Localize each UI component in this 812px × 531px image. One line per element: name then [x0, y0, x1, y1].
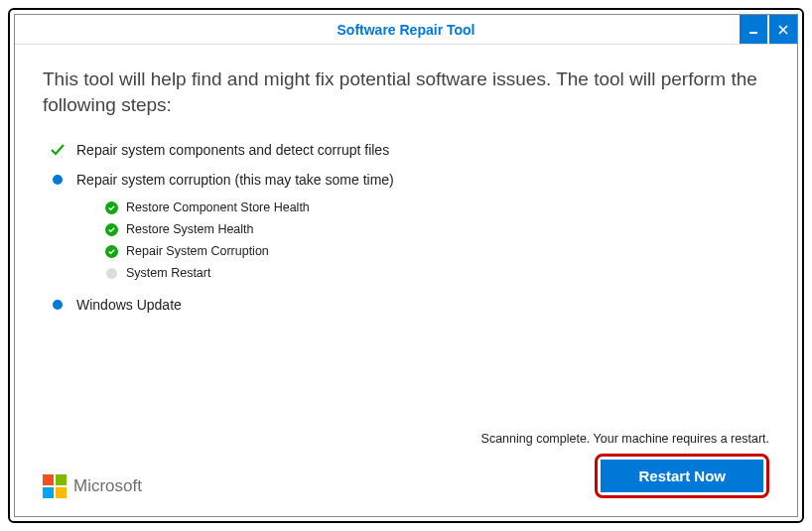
substep-label: Restore System Health	[126, 222, 254, 236]
microsoft-logo: Microsoft	[43, 474, 142, 498]
substep-item: Restore System Health	[104, 218, 769, 240]
footer: Microsoft Scanning complete. Your machin…	[15, 422, 797, 516]
step-item: Windows Update	[49, 290, 769, 320]
substeps-list: Restore Component Store Health Restore S…	[104, 197, 769, 284]
close-icon	[778, 25, 788, 35]
status-text: Scanning complete. Your machine requires…	[481, 432, 769, 446]
substep-item: Repair System Corruption	[104, 240, 769, 262]
bullet-icon	[49, 296, 67, 314]
restart-highlight: Restart Now	[595, 454, 769, 498]
substep-label: Repair System Corruption	[126, 244, 269, 258]
bullet-icon	[49, 171, 67, 189]
intro-text: This tool will help find and might fix p…	[43, 66, 769, 117]
titlebar: Software Repair Tool	[15, 15, 797, 45]
step-label: Windows Update	[76, 297, 182, 313]
step-item: Repair system components and detect corr…	[49, 135, 769, 165]
checkmark-icon	[49, 141, 67, 159]
minimize-icon	[748, 25, 758, 35]
pending-circle-icon	[104, 266, 118, 280]
check-circle-icon	[104, 244, 118, 258]
substep-item: System Restart	[104, 262, 769, 284]
step-label: Repair system components and detect corr…	[76, 142, 389, 158]
substep-label: Restore Component Store Health	[126, 200, 310, 214]
step-label: Repair system corruption (this may take …	[76, 172, 394, 188]
check-circle-icon	[104, 222, 118, 236]
svg-rect-0	[749, 32, 757, 34]
content-area: This tool will help find and might fix p…	[15, 45, 797, 422]
check-circle-icon	[104, 200, 118, 214]
close-button[interactable]	[769, 15, 797, 44]
window-controls	[738, 15, 797, 44]
microsoft-logo-icon	[43, 474, 67, 498]
window-title: Software Repair Tool	[338, 22, 475, 38]
minimize-button[interactable]	[740, 15, 767, 44]
steps-list: Repair system components and detect corr…	[49, 135, 769, 320]
app-window: Software Repair Tool This tool will help…	[14, 14, 798, 517]
substep-label: System Restart	[126, 266, 210, 280]
brand-text: Microsoft	[73, 476, 142, 496]
substep-item: Restore Component Store Health	[104, 197, 769, 218]
restart-now-button[interactable]: Restart Now	[601, 460, 763, 492]
step-item: Repair system corruption (this may take …	[49, 165, 769, 284]
